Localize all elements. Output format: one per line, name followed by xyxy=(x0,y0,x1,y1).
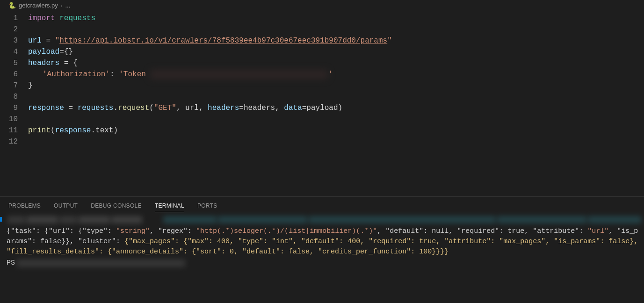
line-number-gutter: 123456 789101112 xyxy=(0,13,28,147)
var-url: url xyxy=(28,36,42,45)
function-print: print xyxy=(28,126,51,135)
keyword-import: import xyxy=(28,14,55,22)
string-quote: " xyxy=(387,36,392,45)
terminal-prompt[interactable]: PS xyxy=(3,257,641,268)
breadcrumb[interactable]: 🐍 getcrawlers.py › ... xyxy=(0,0,644,11)
string-get: "GET" xyxy=(154,104,176,112)
code-editor[interactable]: 123456 789101112 import requests url = "… xyxy=(0,11,644,147)
punctuation: =headers, xyxy=(239,104,284,112)
redacted-token xyxy=(150,70,328,79)
python-file-icon: 🐍 xyxy=(8,2,16,9)
bottom-panel: PROBLEMS OUTPUT DEBUG CONSOLE TERMINAL P… xyxy=(0,196,644,303)
prompt-label: PS xyxy=(7,258,15,268)
punctuation: : xyxy=(110,70,119,79)
tab-ports[interactable]: PORTS xyxy=(197,201,217,212)
punctuation: = { xyxy=(59,59,77,67)
operator: = xyxy=(64,104,78,112)
kwarg: headers xyxy=(208,104,239,112)
tab-problems[interactable]: PROBLEMS xyxy=(8,201,41,212)
tab-terminal[interactable]: TERMINAL xyxy=(155,201,184,212)
var-headers: headers xyxy=(28,59,59,67)
redacted-path xyxy=(17,260,185,267)
string-url: https://api.lobstr.io/v1/crawlers/78f583… xyxy=(59,36,387,45)
redacted-command-line xyxy=(3,216,641,226)
punctuation: ={} xyxy=(59,48,73,56)
var-response: response xyxy=(28,104,64,112)
function-call: request xyxy=(118,104,149,112)
punctuation: . xyxy=(113,104,118,112)
module-ref: requests xyxy=(78,104,114,112)
terminal-json-output: {"task": {"url": {"type": "string", "reg… xyxy=(3,226,641,257)
breadcrumb-filename: getcrawlers.py xyxy=(19,2,58,9)
var-payload: payload xyxy=(28,48,59,56)
punctuation: ( xyxy=(149,104,154,112)
breadcrumb-trail: ... xyxy=(65,2,70,9)
terminal-content[interactable]: {"task": {"url": {"type": "string", "reg… xyxy=(0,212,644,272)
panel-tabs: PROBLEMS OUTPUT DEBUG CONSOLE TERMINAL P… xyxy=(0,197,644,212)
module-requests: requests xyxy=(55,14,95,22)
punctuation: } xyxy=(28,81,33,90)
dict-value-suffix: ' xyxy=(328,70,333,79)
punctuation: .text) xyxy=(91,126,118,135)
code-content[interactable]: import requests url = "https://api.lobst… xyxy=(28,13,644,147)
punctuation: =payload) xyxy=(302,104,342,112)
punctuation: , url, xyxy=(176,104,208,112)
dict-value-prefix: 'Token xyxy=(119,70,150,79)
terminal-marker-icon xyxy=(0,217,2,222)
tab-output[interactable]: OUTPUT xyxy=(54,201,78,212)
tab-debug-console[interactable]: DEBUG CONSOLE xyxy=(91,201,142,212)
kwarg: data xyxy=(284,104,302,112)
punctuation: ( xyxy=(51,126,55,135)
string-quote: " xyxy=(55,36,60,45)
operator: = xyxy=(42,36,55,45)
dict-key: 'Authorization' xyxy=(43,70,110,79)
var-ref: response xyxy=(55,126,91,135)
chevron-right-icon: › xyxy=(61,3,63,8)
